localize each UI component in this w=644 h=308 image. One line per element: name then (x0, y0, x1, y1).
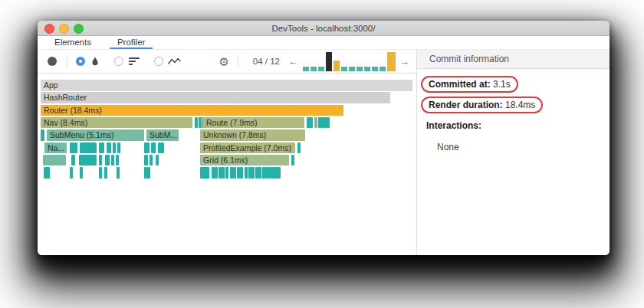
commit-bar[interactable] (318, 67, 324, 71)
commit-bar[interactable] (380, 67, 386, 71)
minimize-button[interactable] (59, 24, 69, 34)
flame-bar-fragment[interactable] (151, 143, 156, 154)
view-flamechart-option[interactable] (76, 56, 100, 67)
window-title: DevTools - localhost:3000/ (272, 24, 376, 33)
flame-bar-fragment[interactable] (200, 167, 209, 179)
ranked-radio[interactable] (114, 57, 123, 66)
commit-bar[interactable] (303, 67, 309, 71)
ranked-chart-icon[interactable] (128, 57, 140, 66)
flame-bar-fragment[interactable] (233, 167, 236, 179)
flame-bar[interactable]: Router (18.4ms) (41, 105, 343, 116)
interactions-icon[interactable] (168, 57, 181, 66)
flame-bar-fragment[interactable] (327, 117, 330, 129)
flame-bar-fragment[interactable] (144, 143, 150, 154)
tab-bar: Elements Profiler (38, 36, 610, 50)
flame-bar-fragment[interactable] (291, 155, 294, 166)
zoom-button[interactable] (74, 24, 84, 34)
render-duration-annotation: Render duration: 18.4ms (421, 97, 543, 113)
flame-bar-fragment[interactable] (113, 143, 116, 154)
commit-selector-chart[interactable] (303, 52, 395, 71)
flame-bar-fragment[interactable] (71, 155, 75, 166)
flamechart-radio[interactable] (76, 57, 85, 66)
flame-bar-fragment[interactable] (70, 143, 77, 154)
view-interactions-option[interactable] (154, 57, 181, 66)
commit-bar[interactable] (326, 52, 332, 71)
flame-bar[interactable]: Grid (6.1ms) (200, 155, 289, 166)
next-commit-arrow-icon[interactable]: → (397, 56, 412, 67)
commit-info-pane: Commit information Committed at: 3.1s Re… (416, 50, 610, 255)
flame-bar-fragment[interactable] (297, 143, 301, 154)
commit-bar[interactable] (334, 61, 340, 71)
interactions-radio[interactable] (154, 57, 163, 66)
flame-bar-fragment[interactable] (314, 117, 317, 129)
flame-bar-fragment[interactable] (107, 143, 111, 154)
flame-bar-fragment[interactable] (44, 167, 50, 179)
flame-bar[interactable]: HashRouter (41, 92, 390, 103)
prev-commit-arrow-icon[interactable]: ← (286, 56, 301, 67)
flame-bar-fragment[interactable] (225, 167, 228, 179)
flame-bar-fragment[interactable] (79, 155, 97, 166)
flame-bar-fragment[interactable] (43, 155, 66, 166)
flame-bar[interactable]: Unknown (7.8ms) (200, 129, 305, 141)
devtools-window: DevTools - localhost:3000/ Elements Prof… (38, 21, 610, 255)
flame-bar-fragment[interactable] (80, 143, 97, 154)
flame-bar-fragment[interactable] (150, 155, 153, 166)
interactions-value: None (437, 142, 602, 152)
flame-bar-fragment[interactable] (258, 167, 261, 179)
flame-bar-fragment[interactable] (117, 167, 120, 179)
flame-bar-fragment[interactable] (245, 167, 248, 179)
flame-bar-fragment[interactable] (99, 167, 102, 179)
commit-bar[interactable] (310, 67, 317, 71)
traffic-lights (44, 24, 84, 34)
commit-bar[interactable] (364, 67, 370, 71)
flame-bar-fragment[interactable] (156, 155, 159, 166)
flame-bar[interactable]: Nav (8.4ms) (41, 117, 192, 129)
flame-bar-fragment[interactable] (111, 155, 114, 166)
flame-bar[interactable]: Na... (44, 143, 67, 154)
flame-bar-fragment[interactable] (70, 167, 73, 179)
committed-at-annotation: Committed at: 3.1s (421, 76, 518, 93)
flame-bar-fragment[interactable] (41, 129, 44, 141)
flamegraph: AppHashRouterRouter (18.4ms)Nav (8.4ms)R… (38, 74, 416, 255)
flame-bar-fragment[interactable] (144, 155, 148, 166)
render-duration-label: Render duration: (429, 100, 503, 110)
gear-icon[interactable]: ⚙ (219, 56, 228, 67)
flame-bar-fragment[interactable] (195, 117, 198, 129)
flame-bar-fragment[interactable] (80, 167, 83, 179)
commit-bar[interactable] (341, 67, 347, 71)
record-button[interactable] (48, 57, 57, 66)
flame-bar-fragment[interactable] (99, 155, 102, 166)
commit-bar[interactable] (372, 67, 378, 71)
flame-bar[interactable]: SubMenu (5.1ms) (47, 129, 144, 141)
flame-bar-fragment[interactable] (215, 167, 218, 179)
flame-bar[interactable]: Route (7.9ms) (203, 117, 304, 129)
close-button[interactable] (44, 24, 54, 34)
flame-bar-fragment[interactable] (104, 167, 107, 179)
tab-profiler[interactable]: Profiler (110, 36, 153, 49)
flame-bar-fragment[interactable] (116, 155, 119, 166)
flame-bar-fragment[interactable] (105, 155, 110, 166)
flame-bar[interactable]: App (41, 80, 412, 91)
flame-bar[interactable]: SubM... (146, 129, 179, 141)
title-bar[interactable]: DevTools - localhost:3000/ (38, 21, 610, 36)
flame-bar-fragment[interactable] (158, 143, 164, 154)
flame-bar-fragment[interactable] (222, 167, 225, 179)
flame-icon[interactable] (90, 56, 100, 67)
flame-bar-fragment[interactable] (147, 167, 150, 179)
flame-bar-fragment[interactable] (307, 117, 313, 129)
flame-bar-fragment[interactable] (240, 167, 243, 179)
flame-bar-fragment[interactable] (278, 167, 281, 179)
view-ranked-option[interactable] (114, 57, 140, 66)
toolbar-divider (238, 54, 238, 68)
commit-bar[interactable] (387, 52, 396, 71)
toolbar-divider (67, 54, 67, 68)
flame-bar-fragment[interactable] (117, 143, 120, 154)
commit-bar[interactable] (356, 67, 363, 71)
flame-bar-fragment[interactable] (99, 143, 104, 154)
profiler-left-pane: ⚙ 04 / 12 ← → AppHashRouterRouter (18.4m… (38, 50, 416, 255)
flame-bar[interactable]: ProfiledExample (7.0ms) (200, 143, 295, 154)
commit-bar[interactable] (349, 67, 355, 71)
tab-elements[interactable]: Elements (47, 36, 99, 49)
committed-at-label: Committed at: (429, 79, 491, 90)
flame-bar-fragment[interactable] (251, 167, 255, 179)
